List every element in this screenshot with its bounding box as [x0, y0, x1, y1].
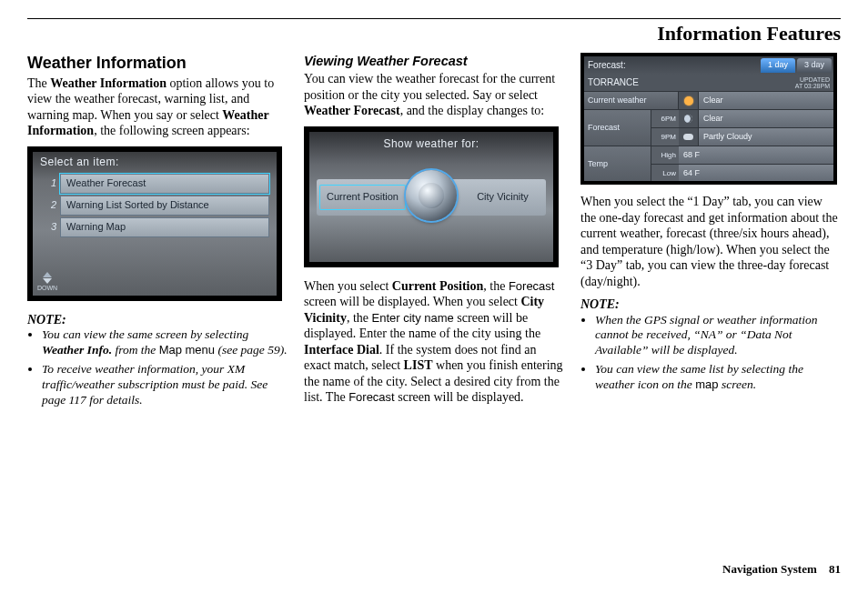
- option-city-vicinity[interactable]: City Vicinity: [459, 191, 546, 204]
- forecast-title: Forecast:: [584, 60, 761, 72]
- forecast-explainer: When you select the “1 Day” tab, you can…: [580, 194, 841, 289]
- list-index-2: 2: [40, 199, 56, 212]
- scroll-down-icon[interactable]: DOWN: [41, 272, 54, 286]
- item-weather-forecast[interactable]: Weather Forecast: [60, 174, 269, 194]
- forecast-grid: Current weather Clear Forecast 6PM 9PM: [584, 91, 833, 181]
- column-2: Viewing Weather Forecast You can view th…: [304, 53, 564, 413]
- footer-label: Navigation System: [722, 562, 817, 576]
- column-1: Weather Information The Weather Informat…: [27, 53, 288, 413]
- show-weather-title: Show weather for:: [309, 137, 553, 151]
- content-columns: Weather Information The Weather Informat…: [27, 53, 841, 413]
- note-2a: When the GPS signal or weather informati…: [595, 313, 841, 359]
- page-header: Information Features: [27, 22, 841, 45]
- page-number: 81: [829, 562, 841, 576]
- forecast-subheader: TORRANCE UPDATED AT 03:28PM: [584, 75, 833, 91]
- note-1a: You can view the same screen by selectin…: [42, 327, 288, 358]
- tab-3day[interactable]: 3 day: [797, 58, 832, 73]
- tab-1day[interactable]: 1 day: [761, 58, 795, 73]
- select-item-screenshot: Select an item: 1 2 3 Weather Forecast W…: [27, 146, 282, 301]
- cloud-icon: [679, 127, 699, 146]
- row-temp: Temp High Low 68 F 64 F: [584, 146, 833, 181]
- note-list-2: When the GPS signal or weather informati…: [580, 313, 841, 393]
- row-forecast: Forecast 6PM 9PM Clear: [584, 109, 833, 146]
- note-list-1: You can view the same screen by selectin…: [27, 327, 288, 407]
- option-current-position[interactable]: Current Position: [319, 185, 406, 210]
- forecast-updated: UPDATED AT 03:28PM: [795, 76, 830, 89]
- note-1b: To receive weather information, your XM …: [42, 362, 288, 408]
- sun-icon: [679, 91, 699, 109]
- item-warning-list[interactable]: Warning List Sorted by Distance: [60, 196, 269, 216]
- item-warning-map[interactable]: Warning Map: [60, 217, 269, 237]
- list-index-3: 3: [40, 221, 56, 234]
- show-weather-screenshot: Show weather for: Current Position City …: [304, 126, 559, 267]
- forecast-screenshot: Forecast: 1 day 3 day TORRANCE UPDATED A…: [580, 53, 837, 185]
- note-2b: You can view the same list by selecting …: [595, 362, 841, 393]
- row-current-weather: Current weather Clear: [584, 91, 833, 109]
- list-index-1: 1: [40, 177, 56, 190]
- column-3: Forecast: 1 day 3 day TORRANCE UPDATED A…: [580, 53, 841, 413]
- note-label-1: NOTE:: [27, 312, 288, 328]
- top-rule: [27, 18, 841, 19]
- viewing-forecast-intro: You can view the weather forecast for th…: [304, 71, 564, 119]
- forecast-header: Forecast: 1 day 3 day: [584, 56, 833, 75]
- forecast-city: TORRANCE: [588, 77, 639, 89]
- interface-dial-icon[interactable]: [406, 170, 457, 221]
- note-label-2: NOTE:: [580, 296, 841, 313]
- select-item-title: Select an item:: [40, 156, 119, 169]
- weather-info-heading: Weather Information: [27, 53, 288, 74]
- viewing-forecast-heading: Viewing Weather Forecast: [304, 53, 564, 69]
- moon-icon: [679, 109, 699, 127]
- weather-info-intro: The Weather Information option allows yo…: [27, 75, 288, 139]
- viewing-forecast-detail: When you select Current Position, the Fo…: [304, 278, 564, 406]
- page-footer: Navigation System 81: [722, 562, 841, 577]
